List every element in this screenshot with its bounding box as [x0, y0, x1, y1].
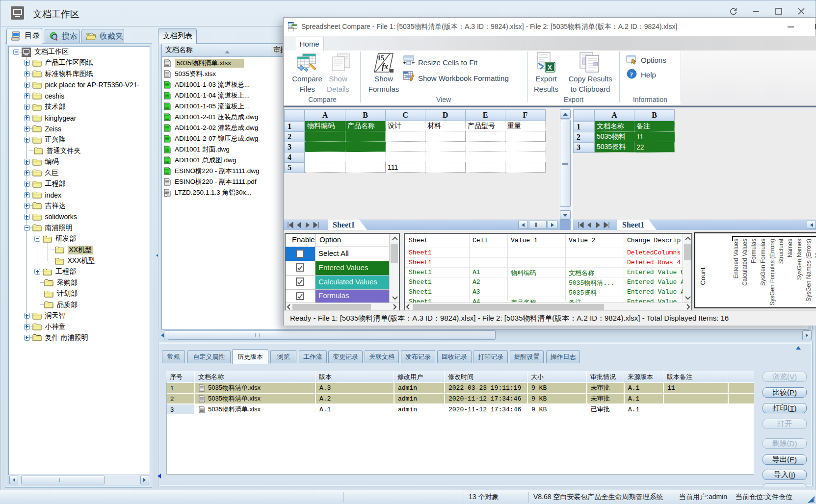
svg-text:X: X	[548, 64, 552, 71]
svg-text:?: ?	[630, 71, 633, 78]
svg-text:15: 15	[377, 54, 384, 62]
svg-text:fx: fx	[382, 62, 388, 71]
